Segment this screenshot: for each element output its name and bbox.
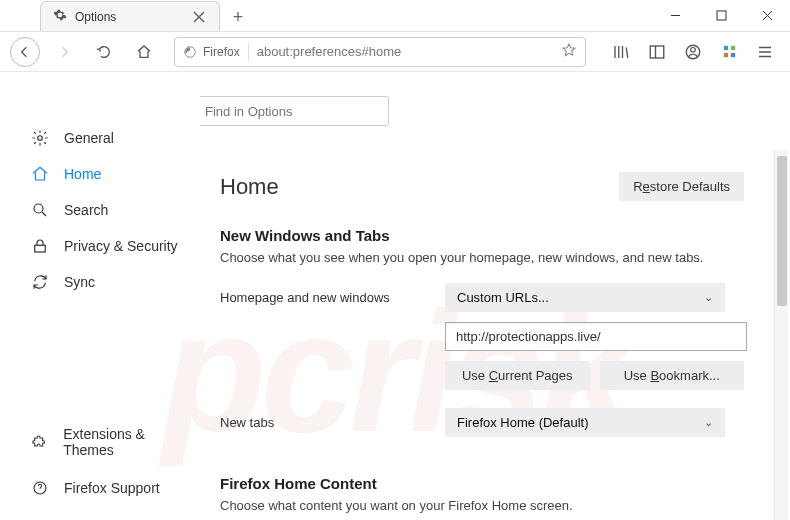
titlebar: Options + — [0, 0, 790, 32]
sidebar-item-label: Extensions & Themes — [63, 426, 194, 458]
sidebar-item-privacy[interactable]: Privacy & Security — [24, 228, 200, 264]
url-separator — [248, 43, 249, 61]
url-bar[interactable]: Firefox about:preferences#home — [174, 37, 586, 67]
svg-rect-5 — [723, 46, 727, 50]
toolbar: Firefox about:preferences#home — [0, 32, 790, 72]
find-input[interactable] — [205, 104, 380, 119]
restore-defaults-button[interactable]: Restore Defaults — [619, 172, 744, 201]
sidebar-item-support[interactable]: Firefox Support — [24, 470, 200, 506]
minimize-button[interactable] — [652, 0, 698, 31]
sidebar-item-home[interactable]: Home — [24, 156, 200, 192]
back-button[interactable] — [10, 37, 40, 67]
select-value: Firefox Home (Default) — [457, 415, 588, 430]
gear-icon — [53, 8, 67, 25]
homepage-select[interactable]: Custom URLs... ⌄ — [445, 283, 725, 312]
homepage-label: Homepage and new windows — [220, 290, 445, 305]
find-in-options[interactable] — [200, 96, 389, 126]
gear-icon — [30, 128, 50, 148]
sidebar-item-search[interactable]: Search — [24, 192, 200, 228]
tab-strip: Options + — [0, 0, 252, 31]
sidebar-item-label: Sync — [64, 274, 95, 290]
section-header: Home Restore Defaults — [220, 172, 744, 201]
tab-options[interactable]: Options — [40, 1, 220, 31]
sidebar-item-label: Firefox Support — [64, 480, 160, 496]
sidebar-item-general[interactable]: General — [24, 120, 200, 156]
sidebar-item-extensions[interactable]: Extensions & Themes — [24, 418, 200, 466]
window-controls — [652, 0, 790, 31]
section-desc: Choose what you see when you open your h… — [220, 250, 744, 265]
section-title: Firefox Home Content — [220, 475, 744, 492]
page-title: Home — [220, 174, 279, 200]
use-bookmark-button[interactable]: Use Bookmark... — [600, 361, 745, 390]
section-desc: Choose what content you want on your Fir… — [220, 498, 744, 513]
main: Home Restore Defaults New Windows and Ta… — [200, 72, 790, 520]
svg-point-4 — [691, 47, 696, 52]
content: pcrisk General Home Search Privacy & Sec… — [0, 72, 790, 520]
sidebar-icon[interactable] — [642, 37, 672, 67]
sidebar-item-label: Search — [64, 202, 108, 218]
search-icon — [30, 200, 50, 220]
url-text: about:preferences#home — [257, 44, 553, 59]
section-title: New Windows and Tabs — [220, 227, 744, 244]
home-button[interactable] — [128, 36, 160, 68]
svg-rect-0 — [717, 11, 726, 20]
reload-button[interactable] — [88, 36, 120, 68]
maximize-button[interactable] — [698, 0, 744, 31]
row-newtabs: New tabs Firefox Home (Default) ⌄ — [220, 408, 744, 437]
toolbar-right — [606, 37, 780, 67]
chevron-down-icon: ⌄ — [704, 416, 713, 429]
question-icon — [30, 478, 50, 498]
sidebar-item-label: General — [64, 130, 114, 146]
svg-point-9 — [38, 136, 43, 141]
lock-icon — [30, 236, 50, 256]
url-identity: Firefox — [183, 45, 240, 59]
svg-rect-11 — [35, 245, 46, 252]
use-current-pages-button[interactable]: Use Current Pages — [445, 361, 590, 390]
row-homepage: Homepage and new windows Custom URLs... … — [220, 283, 744, 312]
home-icon — [30, 164, 50, 184]
library-icon[interactable] — [606, 37, 636, 67]
menu-icon[interactable] — [750, 37, 780, 67]
bookmark-star-icon[interactable] — [561, 42, 577, 61]
sync-icon — [30, 272, 50, 292]
puzzle-icon — [30, 432, 49, 452]
close-icon[interactable] — [191, 9, 207, 25]
homepage-buttons: Use Current Pages Use Bookmark... — [445, 361, 744, 390]
firefox-icon — [183, 45, 197, 59]
url-identity-label: Firefox — [203, 45, 240, 59]
tab-title: Options — [75, 10, 183, 24]
sidebar-item-label: Home — [64, 166, 101, 182]
sidebar-item-label: Privacy & Security — [64, 238, 178, 254]
scrollbar[interactable] — [774, 150, 788, 520]
chevron-down-icon: ⌄ — [704, 291, 713, 304]
new-tab-button[interactable]: + — [224, 3, 252, 31]
forward-button[interactable] — [48, 36, 80, 68]
close-window-button[interactable] — [744, 0, 790, 31]
svg-point-10 — [34, 204, 43, 213]
extensions-icon[interactable] — [714, 37, 744, 67]
newtabs-label: New tabs — [220, 415, 445, 430]
select-value: Custom URLs... — [457, 290, 549, 305]
homepage-url-input[interactable] — [445, 322, 747, 351]
svg-rect-6 — [730, 46, 734, 50]
svg-rect-7 — [723, 53, 727, 57]
newtabs-select[interactable]: Firefox Home (Default) ⌄ — [445, 408, 725, 437]
svg-rect-8 — [730, 53, 734, 57]
svg-rect-2 — [650, 46, 664, 58]
scroll-thumb[interactable] — [777, 156, 787, 306]
sidebar-item-sync[interactable]: Sync — [24, 264, 200, 300]
account-icon[interactable] — [678, 37, 708, 67]
sidebar: General Home Search Privacy & Security S… — [0, 72, 200, 520]
